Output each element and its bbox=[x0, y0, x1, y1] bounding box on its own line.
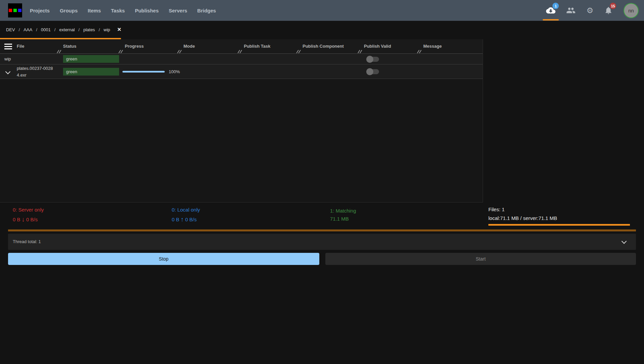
table-row-wip[interactable]: wip green bbox=[0, 54, 483, 64]
logo-blue-square bbox=[18, 9, 21, 12]
app-window: Projects Groups Items Tasks Publishes Se… bbox=[0, 0, 644, 364]
breadcrumb-separator: / bbox=[19, 27, 20, 32]
stat-rate: 0 B/s bbox=[26, 217, 38, 222]
user-avatar[interactable]: nn bbox=[624, 3, 639, 18]
table-menu-icon[interactable] bbox=[4, 44, 12, 49]
breadcrumb: DEV / AAA / 0001 / external / plates / w… bbox=[0, 21, 644, 38]
column-resize-handle[interactable] bbox=[296, 50, 301, 53]
breadcrumb-segment-dev[interactable]: DEV bbox=[6, 27, 15, 32]
close-tab-icon[interactable]: ✕ bbox=[117, 27, 121, 33]
sync-stats: 0: Server only 0 B ↓ 0 B/s 0: Local only… bbox=[0, 202, 644, 229]
stat-bytes: 0 B bbox=[172, 217, 179, 222]
column-resize-handle[interactable] bbox=[237, 50, 242, 53]
progress-bar bbox=[122, 71, 165, 73]
breadcrumb-segment-plates[interactable]: plates bbox=[83, 27, 95, 32]
toggle-thumb bbox=[366, 68, 373, 75]
chevron-down-icon[interactable] bbox=[5, 69, 11, 75]
nav-item-items[interactable]: Items bbox=[88, 8, 101, 13]
column-resize-handle[interactable] bbox=[177, 50, 181, 53]
arrow-up-icon: ↑ bbox=[181, 217, 184, 222]
stat-rate: 0 B/s bbox=[185, 217, 197, 222]
column-header-file[interactable]: File bbox=[17, 44, 24, 49]
column-header-progress[interactable]: Progress bbox=[125, 44, 144, 49]
stop-button[interactable]: Stop bbox=[8, 253, 319, 265]
active-nav-underline bbox=[543, 19, 559, 20]
breadcrumb-segment-aaa[interactable]: AAA bbox=[23, 27, 32, 32]
publish-valid-toggle[interactable] bbox=[366, 69, 379, 74]
breadcrumb-separator: / bbox=[99, 27, 100, 32]
thread-total-panel[interactable]: Thread total: 1 bbox=[8, 234, 636, 250]
nav-item-servers[interactable]: Servers bbox=[169, 8, 187, 13]
file-name: plates.00237-00284.exr bbox=[17, 65, 53, 79]
notifications-button[interactable]: 15 bbox=[604, 0, 613, 21]
top-actions: 1 ⚙ 15 nn bbox=[546, 0, 639, 21]
stat-title: 1: Matching bbox=[330, 208, 356, 214]
start-button[interactable]: Start bbox=[325, 253, 636, 265]
column-header-publish-valid[interactable]: Publish Valid bbox=[364, 44, 391, 49]
nav-item-bridges[interactable]: Bridges bbox=[197, 8, 216, 13]
table-row-plates-exr[interactable]: plates.00237-00284.exr green 100% bbox=[0, 64, 483, 79]
avatar-initials: nn bbox=[628, 8, 634, 13]
column-resize-handle[interactable] bbox=[118, 50, 123, 53]
column-resize-handle[interactable] bbox=[357, 50, 362, 53]
column-header-publish-task[interactable]: Publish Task bbox=[244, 44, 270, 49]
people-icon bbox=[566, 6, 576, 15]
thread-total-label: Thread total: 1 bbox=[13, 239, 41, 244]
logo-green-square bbox=[13, 9, 17, 12]
status-badge: green bbox=[63, 55, 119, 63]
top-nav-bar: Projects Groups Items Tasks Publishes Se… bbox=[0, 0, 644, 21]
nav-item-tasks[interactable]: Tasks bbox=[111, 8, 125, 13]
files-count: Files: 1 bbox=[488, 207, 504, 212]
column-resize-handle[interactable] bbox=[417, 50, 421, 53]
column-header-status[interactable]: Status bbox=[63, 44, 76, 49]
nav-menu: Projects Groups Items Tasks Publishes Se… bbox=[30, 8, 216, 13]
users-button[interactable] bbox=[566, 0, 576, 21]
toggle-thumb bbox=[366, 56, 373, 63]
file-table: File Status Progress Mode Publish Task P… bbox=[0, 39, 483, 202]
breadcrumb-separator: / bbox=[78, 27, 80, 32]
logo-red-square bbox=[9, 9, 12, 12]
downloads-button[interactable]: 1 bbox=[546, 0, 555, 21]
app-logo[interactable] bbox=[8, 3, 22, 17]
chevron-down-icon[interactable] bbox=[622, 239, 627, 244]
settings-button[interactable]: ⚙ bbox=[586, 0, 593, 21]
notifications-count-badge: 15 bbox=[610, 3, 616, 9]
publish-valid-toggle[interactable] bbox=[366, 57, 379, 62]
overall-progress-bar bbox=[8, 229, 636, 231]
downloads-count-badge: 1 bbox=[552, 3, 559, 9]
status-badge: green bbox=[63, 68, 119, 76]
files-detail: local:71.1 MB / server:71.1 MB bbox=[488, 215, 557, 221]
column-header-message[interactable]: Message bbox=[423, 44, 442, 49]
column-header-publish-component[interactable]: Publish Component bbox=[303, 44, 344, 49]
breadcrumb-segment-external[interactable]: external bbox=[59, 27, 75, 32]
stat-title: 0: Local only bbox=[172, 207, 200, 213]
breadcrumb-segment-wip[interactable]: wip bbox=[104, 27, 110, 32]
table-header-row: File Status Progress Mode Publish Task P… bbox=[0, 39, 483, 54]
gear-icon: ⚙ bbox=[586, 7, 593, 14]
stat-bytes: 0 B bbox=[13, 217, 20, 222]
column-resize-handle[interactable] bbox=[56, 50, 61, 53]
arrow-down-icon: ↓ bbox=[22, 217, 25, 222]
nav-item-groups[interactable]: Groups bbox=[60, 8, 77, 13]
progress-percent: 100% bbox=[169, 69, 180, 74]
stat-size: 71.1 MB bbox=[330, 216, 349, 222]
nav-item-publishes[interactable]: Publishes bbox=[135, 8, 159, 13]
breadcrumb-separator: / bbox=[54, 27, 56, 32]
breadcrumb-separator: / bbox=[36, 27, 37, 32]
files-sync-bar bbox=[488, 224, 630, 226]
breadcrumb-segment-0001[interactable]: 0001 bbox=[41, 27, 51, 32]
stat-title: 0: Server only bbox=[13, 207, 44, 213]
column-header-mode[interactable]: Mode bbox=[183, 44, 195, 49]
nav-item-projects[interactable]: Projects bbox=[30, 8, 50, 13]
file-name: wip bbox=[4, 56, 11, 61]
